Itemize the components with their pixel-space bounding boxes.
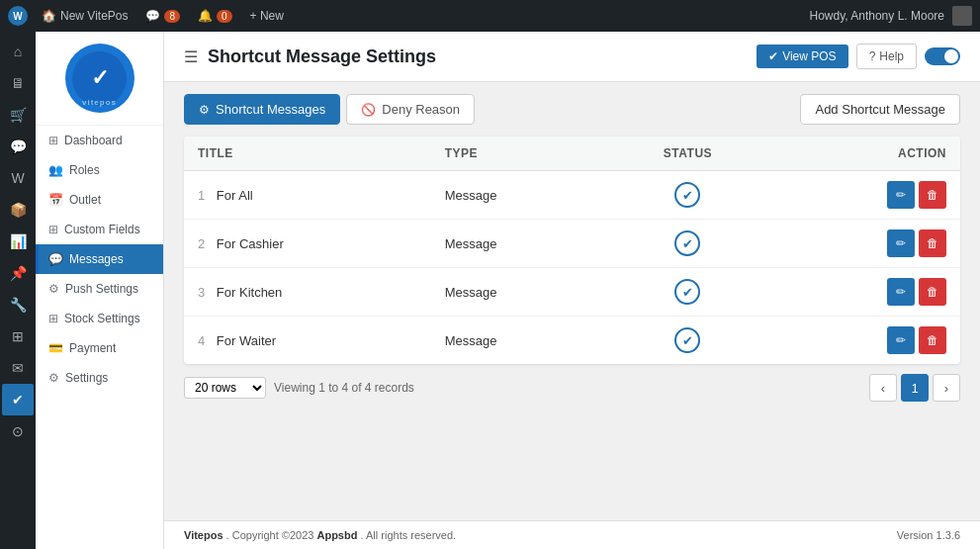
sidebar-item-settings[interactable]: ⚙ Settings xyxy=(36,363,163,393)
icon-sidebar-pos[interactable]: 🖥 xyxy=(2,67,34,99)
add-shortcut-message-button[interactable]: Add Shortcut Message xyxy=(800,94,960,125)
next-page-button[interactable]: › xyxy=(933,374,960,402)
header-left: ☰ Shortcut Message Settings xyxy=(184,46,436,67)
icon-sidebar: ⌂ 🖥 🛒 💬 W 📦 📊 📌 🔧 ⊞ ✉ ✔ ⊙ xyxy=(0,32,36,549)
cell-type: Message xyxy=(431,171,605,220)
theme-toggle[interactable] xyxy=(925,47,960,65)
footer-copyright-text: . Copyright ©2023 xyxy=(226,529,314,541)
icon-sidebar-products[interactable]: 📦 xyxy=(2,194,34,226)
sidebar-item-stock-settings[interactable]: ⊞ Stock Settings xyxy=(36,304,163,333)
messages-icon: 💬 xyxy=(48,252,63,266)
cell-title: 3 For Kitchen xyxy=(184,268,431,317)
wp-logo-icon[interactable]: W xyxy=(8,6,28,26)
cell-action: ✏ 🗑 xyxy=(770,220,960,268)
cell-action: ✏ 🗑 xyxy=(770,317,960,365)
action-buttons: ✏ 🗑 xyxy=(784,181,946,209)
content-area: TITLE TYPE STATUS ACTION 1 For All Messa… xyxy=(164,125,980,520)
delete-button[interactable]: 🗑 xyxy=(919,229,946,257)
sidebar-item-custom-fields[interactable]: ⊞ Custom Fields xyxy=(36,215,163,244)
admin-bar-updates[interactable]: 🔔 0 xyxy=(194,9,236,23)
icon-sidebar-circle[interactable]: ⊙ xyxy=(2,415,34,447)
table-row: 4 For Waiter Message ✔ ✏ 🗑 xyxy=(184,317,960,365)
sidebar-item-roles-label: Roles xyxy=(69,163,100,177)
edit-button[interactable]: ✏ xyxy=(887,326,915,354)
admin-bar-comments[interactable]: 💬 8 xyxy=(141,9,184,23)
shortcut-messages-tab-icon: ⚙ xyxy=(199,103,210,117)
admin-bar: W 🏠 New VitePos 💬 8 🔔 0 + New Howdy, Ant… xyxy=(0,0,980,32)
custom-fields-icon: ⊞ xyxy=(48,223,58,236)
delete-button[interactable]: 🗑 xyxy=(919,278,946,306)
row-title: For All xyxy=(217,188,253,203)
admin-bar-new[interactable]: + New xyxy=(246,9,288,23)
help-button[interactable]: ? Help xyxy=(856,44,917,69)
status-active-icon: ✔ xyxy=(674,182,700,208)
cell-type: Message xyxy=(431,268,605,317)
icon-sidebar-chat[interactable]: 💬 xyxy=(2,131,34,162)
push-settings-icon: ⚙ xyxy=(48,282,59,296)
icon-sidebar-grid[interactable]: ⊞ xyxy=(2,320,34,352)
icon-sidebar-cart[interactable]: 🛒 xyxy=(2,99,34,131)
icon-sidebar-pin[interactable]: 📌 xyxy=(2,257,34,289)
footer-copyright: Vitepos . Copyright ©2023 Appsbd . All r… xyxy=(184,529,456,541)
icon-sidebar-analytics[interactable]: 📊 xyxy=(2,226,34,257)
cell-title: 2 For Cashier xyxy=(184,220,431,268)
tabs-bar: ⚙ Shortcut Messages 🚫 Deny Reason Add Sh… xyxy=(164,82,980,125)
status-active-icon: ✔ xyxy=(674,230,700,256)
rows-info: 20 rows 50 rows 100 rows Viewing 1 to 4 … xyxy=(184,377,414,399)
view-pos-button[interactable]: ✔ View POS xyxy=(757,45,847,68)
action-buttons: ✏ 🗑 xyxy=(784,229,946,257)
page-1-button[interactable]: 1 xyxy=(901,374,929,402)
logo-image: ✓ vitepos xyxy=(65,44,134,113)
hamburger-icon[interactable]: ☰ xyxy=(184,47,198,66)
row-number: 1 xyxy=(198,188,205,203)
icon-sidebar-check[interactable]: ✔ xyxy=(2,384,34,415)
logo-text: vitepos xyxy=(82,98,117,107)
icon-sidebar-woo[interactable]: W xyxy=(2,162,34,194)
sidebar-item-roles[interactable]: 👥 Roles xyxy=(36,155,163,185)
icon-sidebar-tools[interactable]: 🔧 xyxy=(2,289,34,320)
sidebar-item-push-settings[interactable]: ⚙ Push Settings xyxy=(36,274,163,304)
tab-shortcut-messages[interactable]: ⚙ Shortcut Messages xyxy=(184,94,340,125)
edit-button[interactable]: ✏ xyxy=(887,229,915,257)
sidebar-item-messages[interactable]: 💬 Messages xyxy=(36,244,163,274)
outlet-icon: 📅 xyxy=(48,193,63,207)
admin-bar-site[interactable]: 🏠 New VitePos xyxy=(38,9,132,23)
edit-button[interactable]: ✏ xyxy=(887,181,915,209)
icon-sidebar-mail[interactable]: ✉ xyxy=(2,352,34,384)
rows-per-page-select[interactable]: 20 rows 50 rows 100 rows xyxy=(184,377,266,399)
tabs-left: ⚙ Shortcut Messages 🚫 Deny Reason xyxy=(184,94,475,125)
row-title: For Waiter xyxy=(217,333,276,348)
shortcut-messages-table: TITLE TYPE STATUS ACTION 1 For All Messa… xyxy=(184,137,960,364)
deny-reason-tab-icon: 🚫 xyxy=(361,103,376,117)
status-active-icon: ✔ xyxy=(674,279,700,305)
sidebar-item-dashboard[interactable]: ⊞ Dashboard xyxy=(36,126,163,155)
tab-deny-reason[interactable]: 🚫 Deny Reason xyxy=(346,94,475,125)
action-buttons: ✏ 🗑 xyxy=(784,326,946,354)
sidebar-item-payment-label: Payment xyxy=(69,341,116,355)
icon-sidebar-home[interactable]: ⌂ xyxy=(2,36,34,67)
roles-icon: 👥 xyxy=(48,163,63,177)
user-avatar xyxy=(952,6,972,26)
delete-button[interactable]: 🗑 xyxy=(919,181,946,209)
prev-page-button[interactable]: ‹ xyxy=(869,374,897,402)
footer-brand: Vitepos xyxy=(184,529,223,541)
sidebar-item-stock-settings-label: Stock Settings xyxy=(64,312,140,325)
sidebar-item-custom-fields-label: Custom Fields xyxy=(64,223,140,236)
nav-logo: ✓ vitepos xyxy=(36,32,163,126)
settings-icon: ⚙ xyxy=(48,371,59,385)
cell-action: ✏ 🗑 xyxy=(770,171,960,220)
row-number: 2 xyxy=(198,236,205,251)
view-pos-checkmark-icon: ✔ xyxy=(768,49,778,63)
sidebar-item-payment[interactable]: 💳 Payment xyxy=(36,333,163,363)
help-icon: ? xyxy=(869,49,876,63)
sidebar-item-push-settings-label: Push Settings xyxy=(65,282,138,296)
cell-title: 1 For All xyxy=(184,171,431,220)
cell-status: ✔ xyxy=(604,268,770,317)
edit-button[interactable]: ✏ xyxy=(887,278,915,306)
footer-version: Version 1.3.6 xyxy=(897,529,960,541)
delete-button[interactable]: 🗑 xyxy=(919,326,946,354)
sidebar-item-outlet[interactable]: 📅 Outlet xyxy=(36,185,163,215)
main-content: ☰ Shortcut Message Settings ✔ View POS ?… xyxy=(164,32,980,549)
table-row: 3 For Kitchen Message ✔ ✏ 🗑 xyxy=(184,268,960,317)
page-footer: Vitepos . Copyright ©2023 Appsbd . All r… xyxy=(164,520,980,549)
